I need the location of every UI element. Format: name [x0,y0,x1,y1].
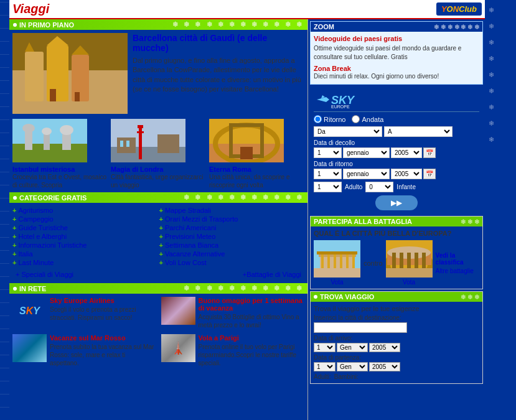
buono-link[interactable]: Buono omaggio per 1 settimana di vacanza [199,297,303,312]
article-istanbul: Istanbul misteriosa Crocevia tra Est e O… [12,119,108,189]
site-logo[interactable]: YONClub [436,2,482,16]
cat-voli[interactable]: +Voli Low Cost [159,258,305,267]
buono-content: Buono omaggio per 1 settimana di vacanza… [199,297,305,329]
svg-rect-53 [400,253,403,268]
ritorno-year[interactable]: 2005 [391,169,422,179]
battaglia-question: QUAL È LA CITTÀ PIÙ BELLA D'EUROPA? [314,230,479,237]
london-text: Città fantastica, urge organizzarci un v… [111,173,206,189]
zona-break-title[interactable]: Zona Break [314,65,479,72]
cat-agriturismo[interactable]: +Agriturismo [12,206,158,215]
cat-guide[interactable]: +Guide Turistiche [12,223,158,232]
ritorno-radio[interactable] [314,115,322,123]
svg-rect-45 [346,254,349,268]
marrosso-text: Prenota subito la tua vacanza sul Mar Ro… [50,343,156,367]
adulti-count[interactable]: 1 [314,182,342,192]
cat-meteo[interactable]: +Previsioni Meteo [159,232,305,241]
skyeurope-link[interactable]: Sky Europe Airlines [50,297,115,304]
cat-vacanze[interactable]: +Vacanze Alternative [159,250,305,258]
ritorno-month[interactable]: gennaio [343,169,390,179]
cat-settimana[interactable]: +Settimana Bianca [159,241,305,250]
departure-row: 1 Gen 2005 [314,362,479,371]
battaglia-section: PARTECIPA ALLA BATTAGLIA ❄ ❄ ❄ QUAL È LA… [310,216,483,289]
decollo-day[interactable]: 1 [314,147,342,158]
cat-parchi[interactable]: +Parchi Americani [159,223,305,232]
buono-text: Acquista 30 Bottiglie di ottimo Vino a m… [199,313,305,329]
istanbul-title[interactable]: Istanbul misteriosa [12,166,108,173]
search-btn-container: ▶▶ [314,195,479,210]
battaglie-link[interactable]: +Battaglie di Viaggi [240,269,304,280]
infante-count[interactable]: 0 [365,182,393,192]
infante-label: Infante [396,184,416,190]
featured-title[interactable]: Barcellona città di Gaudì (e delle mucch… [133,33,304,53]
svg-rect-31 [240,147,253,159]
vota1-label[interactable]: Vota [314,279,360,286]
cat-campeggio[interactable]: +Campeggio [12,215,158,223]
colosseum-area: Vota [386,240,433,286]
andata-radio[interactable] [352,115,360,123]
trova-content: Trova il viaggio per le tue esigenze Ins… [311,302,482,383]
marrosso-link[interactable]: Vacanze sul Mar Rosso [50,334,126,342]
istanbul-text: Crocevia tra Est e Ovest, mosaico di cul… [12,173,108,189]
arrival-label: Data di arrivo: [314,335,479,342]
search-flight-button[interactable]: ▶▶ [375,195,418,210]
london-title[interactable]: Magia di Londra [111,166,206,173]
cat-italia[interactable]: +Italia [12,250,158,258]
decollo-row: 1 gennaio 2005 📅 [314,147,479,158]
departure-day[interactable]: 1 [314,362,335,371]
sky-booking-form: SKY EUROPE Ritorno Andata [310,86,483,214]
cat-lastminute[interactable]: +Last Minute [12,258,158,267]
rete-marrosso: Vacanze sul Mar Rosso Prenota subito la … [12,334,156,367]
departure-month[interactable]: Gen [337,362,368,371]
speciali-link[interactable]: + Speciali di Viaggi [12,269,77,280]
categorie-left: +Agriturismo +Campeggio +Guide Turistich… [12,206,158,267]
svg-rect-56 [422,253,426,268]
speciali-row: + Speciali di Viaggi +Battaglie di Viagg… [12,267,304,280]
departure-select[interactable]: Da [314,126,382,137]
rete-grid: SKY Sky Europe Airlines Scegli il volo e… [12,297,304,367]
zoom-section: ZOOM ❄ ❄ ❄ ❄ ❄ ❄ ❄ Videoguide dei paesi … [310,21,483,85]
cat-hotel[interactable]: +Hotel e Alberghi [12,232,158,241]
zona-break-text: Dieci minuti di relax. Ogni giorno uno d… [314,72,479,81]
svg-rect-25 [120,141,123,147]
sky-booking-header: SKY EUROPE [314,90,479,112]
categorie-section: +Agriturismo +Campeggio +Guide Turistich… [9,203,307,283]
andata-label[interactable]: Andata [352,115,383,123]
zoom-header: ZOOM ❄ ❄ ❄ ❄ ❄ ❄ ❄ [311,22,482,32]
pax-row: Adulti: Bambini: [314,373,479,380]
decollo-month[interactable]: gennaio [343,147,390,158]
arrival-day[interactable]: 1 [314,343,335,352]
parigi-link[interactable]: Vola a Parigi [199,334,239,342]
decollo-year[interactable]: 2005 [391,147,422,158]
primo-piano-header: IN PRIMO PIANO ❄ ❄ ❄ ❄ ❄ ❄ ❄ ❄ ❄ ❄ ❄ ❄ [9,19,307,30]
departure-label: Data di partenza: [314,354,479,361]
ritorno-calendar[interactable]: 📅 [423,169,436,179]
altre-link[interactable]: Altre battaglie [436,268,479,274]
redse-image [12,334,47,362]
ritorno-day[interactable]: 1 [314,169,342,179]
rete-buono: Buono omaggio per 1 settimana di vacanza… [161,297,305,329]
roma-title[interactable]: Eterna Roma [209,166,304,173]
arrival-year[interactable]: 2005 [369,343,400,352]
arrival-select[interactable]: A [384,126,453,137]
decollo-label: Data di decollo [314,139,479,146]
svg-point-17 [60,125,73,135]
city-input[interactable] [314,322,407,333]
svg-rect-8 [50,89,56,101]
arrival-month[interactable]: Gen [337,343,368,352]
categorie-right: +Mappe Stradali +Orari Mezzi di Trasport… [159,206,305,267]
svg-rect-22 [137,131,144,133]
cat-mappe[interactable]: +Mappe Stradali [159,206,305,215]
cat-info[interactable]: +Informazioni Turistiche [12,241,158,250]
ritorno-label[interactable]: Ritorno [314,115,345,123]
videoguide-title[interactable]: Videoguide dei paesi gratis [314,35,479,42]
svg-rect-41 [321,254,324,268]
decollo-calendar[interactable]: 📅 [423,147,436,158]
svg-rect-21 [138,125,143,128]
vota2-label[interactable]: Vota [386,279,433,286]
departure-year[interactable]: 2005 [369,362,400,371]
cat-orari[interactable]: +Orari Mezzi di Trasporto [159,215,305,223]
in-rete-section: SKY Sky Europe Airlines Scegli il volo e… [9,294,307,370]
videoguide-text: Ottime videoguide sui paesi del mondo da… [314,44,479,62]
classifica-link[interactable]: Vedi la classifica [436,252,479,266]
small-articles: Istanbul misteriosa Crocevia tra Est e O… [12,119,304,189]
